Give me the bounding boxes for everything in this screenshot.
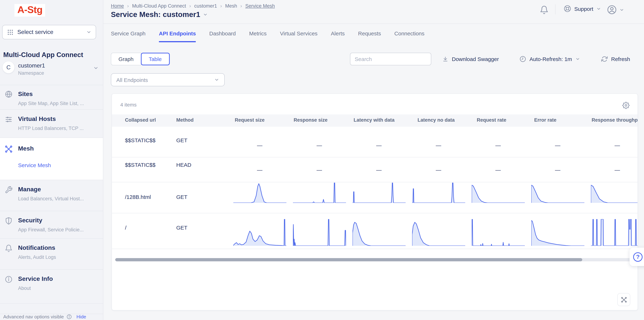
divider bbox=[0, 109, 103, 110]
tab-api-endpoints[interactable]: API Endpoints bbox=[159, 30, 196, 42]
app-window: A-Stg Select service Multi-Cloud App Con… bbox=[0, 0, 644, 320]
sidebar-item-sub: Load Balancers, Virtual Host... bbox=[18, 196, 84, 201]
cell-url: $$STATIC$$ bbox=[125, 137, 156, 143]
cell-empty: — bbox=[553, 142, 562, 148]
table-settings-gear-icon[interactable] bbox=[622, 102, 630, 109]
breadcrumb-app-connect[interactable]: Multi-Cloud App Connect bbox=[132, 3, 186, 8]
bell-icon bbox=[5, 244, 13, 252]
tab-connections[interactable]: Connections bbox=[394, 30, 424, 42]
cell-empty: — bbox=[434, 142, 443, 148]
cell-method: GET bbox=[176, 194, 188, 200]
tab-alerts[interactable]: Alerts bbox=[331, 30, 345, 42]
cell-empty: — bbox=[315, 142, 324, 148]
search-input[interactable] bbox=[350, 53, 431, 65]
account-menu[interactable] bbox=[607, 5, 624, 15]
column-header-request-size[interactable]: Request size bbox=[235, 117, 264, 123]
namespace-name: customer1 bbox=[18, 62, 45, 69]
download-swagger-button[interactable]: Download Swagger bbox=[442, 53, 499, 65]
auto-refresh-dropdown[interactable]: Auto-Refresh: 1m bbox=[520, 53, 580, 65]
tab-service-graph[interactable]: Service Graph bbox=[111, 30, 146, 42]
divider bbox=[112, 157, 638, 157]
info-icon bbox=[5, 276, 13, 283]
column-header-request-rate[interactable]: Request rate bbox=[477, 117, 506, 123]
tab-dashboard[interactable]: Dashboard bbox=[209, 30, 236, 42]
clock-icon bbox=[520, 56, 526, 62]
column-header-collapsed-url[interactable]: Collapsed url bbox=[125, 117, 156, 123]
horizontal-scrollbar[interactable] bbox=[115, 258, 638, 261]
column-header-latency-with-data[interactable]: Latency with data bbox=[354, 117, 394, 123]
chevron-down-icon bbox=[86, 29, 92, 35]
help-panel[interactable]: ? bbox=[630, 248, 644, 266]
tab-metrics[interactable]: Metrics bbox=[249, 30, 267, 42]
support-label: Support bbox=[574, 5, 593, 12]
cell-method: GET bbox=[176, 225, 188, 231]
column-header-response-size[interactable]: Response size bbox=[294, 117, 328, 123]
header-divider bbox=[555, 4, 556, 14]
sparkline-latency-with-data bbox=[352, 183, 406, 203]
sidebar-link-service-mesh[interactable]: Service Mesh bbox=[18, 162, 51, 168]
cell-url: / bbox=[125, 225, 126, 231]
select-service-dropdown[interactable]: Select service bbox=[2, 25, 96, 39]
sidebar-item-label: Manage bbox=[18, 186, 41, 193]
divider bbox=[0, 303, 103, 304]
expand-mesh-button[interactable] bbox=[617, 293, 630, 306]
support-menu[interactable]: Support bbox=[564, 5, 601, 13]
chevron-down-icon bbox=[214, 77, 219, 82]
cell-empty: — bbox=[374, 142, 383, 148]
auto-refresh-label: Auto-Refresh: 1m bbox=[530, 56, 572, 62]
divider bbox=[103, 23, 644, 24]
sparkline-latency-with-data bbox=[352, 219, 406, 246]
divider bbox=[112, 213, 638, 213]
brand-logo: A-Stg bbox=[14, 4, 45, 16]
column-header-method[interactable]: Method bbox=[176, 117, 194, 123]
breadcrumb-separator: › bbox=[220, 3, 222, 9]
sparkline-request-size bbox=[233, 219, 286, 246]
notifications-bell-icon[interactable] bbox=[540, 5, 549, 14]
breadcrumb: Home › Multi-Cloud App Connect › custome… bbox=[111, 3, 275, 9]
sidebar-item-sub: App Firewall, Service Policie... bbox=[18, 227, 84, 233]
sparkline-response-size bbox=[293, 183, 346, 203]
namespace-chevron-down-icon[interactable] bbox=[93, 65, 98, 71]
table-header-row: Collapsed url Method Request size Respon… bbox=[112, 114, 638, 127]
sidebar-item-sub: About bbox=[18, 286, 31, 291]
breadcrumb-customer1[interactable]: customer1 bbox=[194, 3, 217, 8]
column-header-response-throughput[interactable]: Response throughput bbox=[592, 117, 638, 123]
table-view-button[interactable]: Table bbox=[141, 53, 170, 65]
tab-requests[interactable]: Requests bbox=[358, 30, 381, 42]
column-header-error-rate[interactable]: Error rate bbox=[534, 117, 556, 123]
cell-empty: — bbox=[494, 167, 502, 173]
cell-empty: — bbox=[494, 142, 502, 148]
column-header-latency-no-data[interactable]: Latency no data bbox=[418, 117, 455, 123]
sidebar-item-mesh-active-bg bbox=[0, 138, 103, 180]
help-question-icon[interactable]: ? bbox=[633, 252, 642, 262]
scrollbar-thumb[interactable] bbox=[115, 258, 582, 261]
mesh-icon bbox=[621, 297, 627, 303]
advanced-nav-text: Advanced nav options visible bbox=[3, 314, 64, 320]
shield-icon bbox=[5, 217, 13, 225]
namespace-avatar: C bbox=[2, 61, 14, 73]
info-icon bbox=[66, 314, 72, 320]
breadcrumb-home[interactable]: Home bbox=[111, 3, 124, 8]
refresh-button[interactable]: Refresh bbox=[601, 53, 630, 65]
globe-icon bbox=[5, 90, 13, 98]
title-chevron-down-icon[interactable] bbox=[203, 12, 208, 17]
hide-nav-button[interactable]: Hide bbox=[76, 314, 86, 320]
breadcrumb-mesh[interactable]: Mesh bbox=[225, 3, 237, 8]
sparkline-response-throughput bbox=[591, 183, 638, 203]
cell-empty: — bbox=[613, 167, 622, 173]
sparkline-latency-no-data bbox=[412, 219, 465, 246]
refresh-icon bbox=[601, 56, 608, 62]
breadcrumb-service-mesh[interactable]: Service Mesh bbox=[245, 3, 275, 8]
sparkline-error-rate bbox=[531, 219, 584, 246]
cell-empty: — bbox=[315, 167, 324, 173]
mesh-icon bbox=[5, 145, 13, 153]
endpoint-filter-value: All Endpoints bbox=[116, 77, 148, 83]
sparkline-latency-no-data bbox=[412, 183, 465, 203]
sidebar-item-label: Virtual Hosts bbox=[18, 115, 56, 123]
endpoint-filter-dropdown[interactable]: All Endpoints bbox=[111, 73, 225, 86]
tab-virtual-services[interactable]: Virtual Services bbox=[280, 30, 318, 42]
divider bbox=[0, 85, 103, 85]
download-swagger-label: Download Swagger bbox=[452, 56, 499, 62]
download-icon bbox=[442, 56, 448, 62]
graph-view-button[interactable]: Graph bbox=[111, 53, 141, 65]
